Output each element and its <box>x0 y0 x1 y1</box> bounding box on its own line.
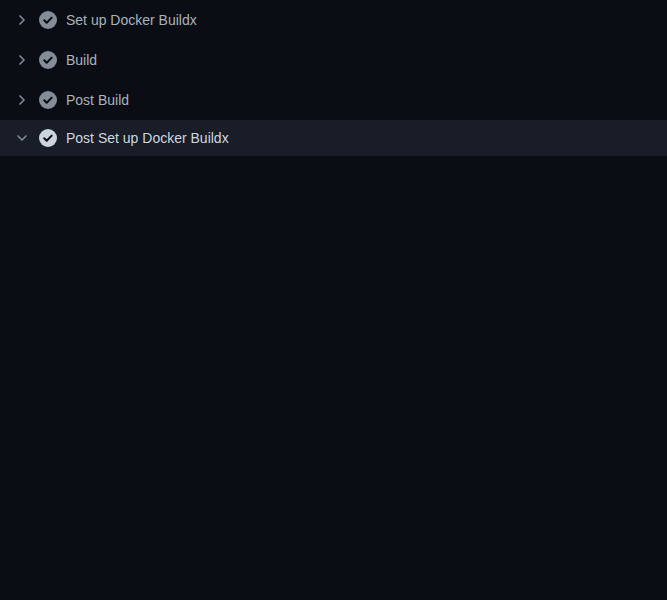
step-label: Set up Docker Buildx <box>66 12 197 28</box>
log-line[interactable]: 8time="2021-04-23T18:02:37Z" level=info … <box>0 329 667 349</box>
log-line[interactable]: application/vnd.oci.image.index.v1+json,… <box>0 569 667 589</box>
step-label: Post Build <box>66 92 129 108</box>
log-line[interactable]: 6time="2021-04-23T18:02:37Z" level=info … <box>0 269 667 289</box>
log-line[interactable]: 15time="2021-04-23T18:02:38Z" level=debu… <box>0 469 667 489</box>
check-circle-icon <box>38 90 58 110</box>
step-row-set-up-docker-buildx[interactable]: Set up Docker Buildx <box>0 0 667 40</box>
log-line[interactable]: 1Post job cleanup. <box>0 169 667 189</box>
log-viewer: 1Post job cleanup. 2▼BuildKit container … <box>0 156 667 600</box>
workflow-log-panel: Set up Docker Buildx Build <box>0 0 667 600</box>
step-label: Build <box>66 52 97 68</box>
check-circle-icon <box>38 10 58 30</box>
log-line[interactable]: 2▼BuildKit container logs <box>0 189 667 209</box>
check-circle-icon <box>38 50 58 70</box>
log-line[interactable]: 7time="2021-04-23T18:02:37Z" level=warni… <box>0 309 667 329</box>
step-row-post-set-up-docker-buildx[interactable]: Post Set up Docker Buildx <box>0 120 667 156</box>
check-circle-icon <box>38 128 58 148</box>
chevron-right-icon[interactable] <box>14 92 30 108</box>
log-line[interactable]: 13time="2021-04-23T18:02:38Z" level=debu… <box>0 429 667 449</box>
steps-list: Set up Docker Buildx Build <box>0 0 667 156</box>
log-line[interactable]: 9time="2021-04-23T18:02:37Z" level=warni… <box>0 349 667 369</box>
log-line[interactable]: 11time="2021-04-23T18:02:38Z" level=debu… <box>0 389 667 409</box>
step-row-post-build[interactable]: Post Build <box>0 80 667 120</box>
log-line[interactable]: 12time="2021-04-23T18:02:38Z" level=debu… <box>0 409 667 429</box>
log-line[interactable]: 4time="2021-04-23T18:02:37Z" level=info … <box>0 229 667 249</box>
log-line[interactable]: 5time="2021-04-23T18:02:37Z" level=warni… <box>0 249 667 269</box>
step-row-build[interactable]: Build <box>0 40 667 80</box>
log-line[interactable]: linux/riscv64 linux/ppc64le linux/s390x … <box>0 289 667 309</box>
log-line[interactable]: 19time="2021-04-23T18:02:38Z" level=debu… <box>0 549 667 569</box>
log-line[interactable]: 20time="2021-04-23T18:02:38Z" level=debu… <box>0 589 667 600</box>
log-line[interactable]: 14time="2021-04-23T18:02:38Z" level=debu… <box>0 449 667 469</box>
log-line[interactable]: 16time="2021-04-23T18:02:38Z" level=debu… <box>0 489 667 509</box>
log-line[interactable]: 18time="2021-04-23T18:02:38Z" level=debu… <box>0 529 667 549</box>
chevron-down-icon[interactable] <box>14 130 30 146</box>
log-line[interactable]: 17time="2021-04-23T18:02:38Z" level=debu… <box>0 509 667 529</box>
step-label: Post Set up Docker Buildx <box>66 130 229 146</box>
chevron-right-icon[interactable] <box>14 12 30 28</box>
log-line[interactable]: 3/usr/bin/docker logs buildx_buildkit_bu… <box>0 209 667 229</box>
chevron-right-icon[interactable] <box>14 52 30 68</box>
log-line[interactable]: 10time="2021-04-23T18:02:37Z" level=info… <box>0 369 667 389</box>
